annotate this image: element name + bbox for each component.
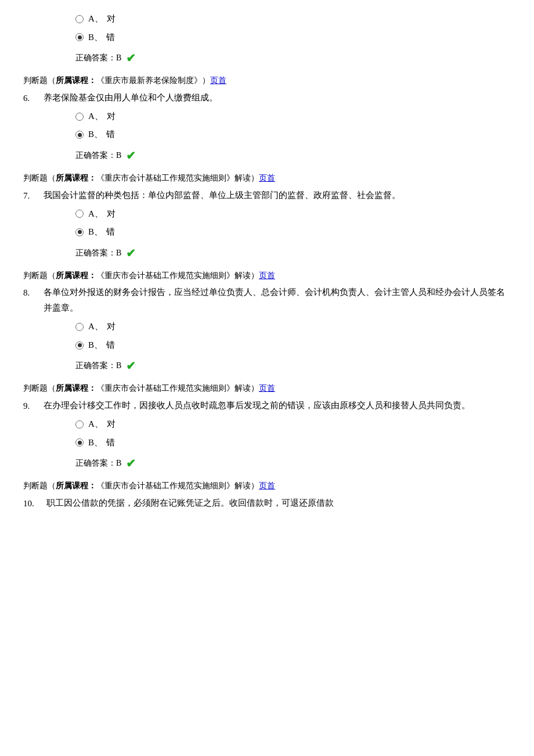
radio-9a[interactable] — [75, 420, 84, 429]
option-7b-label: B、 — [88, 225, 103, 240]
course-label-bold-9: 所属课程： — [56, 384, 96, 393]
answer-label-8: 正确答案：B — [75, 359, 121, 373]
option-group-8: A、 对 B、 错 — [75, 319, 511, 352]
answer-row: 正确答案：B ✔ — [75, 48, 511, 68]
question-8-row: 8. 各单位对外报送的财务会计报告，应当经过单位负责人、总会计师、会计机构负责人… — [23, 285, 511, 319]
option-6a-text: 对 — [107, 109, 116, 124]
checkmark-icon: ✔ — [126, 48, 136, 68]
option-row-a: A、 对 — [75, 12, 511, 27]
option-7b-text: 错 — [106, 225, 115, 240]
answer-label-6: 正确答案：B — [75, 149, 121, 163]
question-6-block: 判断题（所属课程：《重庆市最新养老保险制度》）页首 6. 养老保险基金仅由用人单… — [23, 74, 511, 165]
option-7a-label: A、 — [88, 207, 103, 222]
option-8b-text: 错 — [106, 338, 115, 353]
option-group: A、 对 B、 错 — [75, 12, 511, 45]
top-link-10[interactable]: 页首 — [259, 481, 275, 490]
radio-a[interactable] — [75, 15, 84, 23]
option-a-label: A、 — [88, 12, 103, 27]
radio-b[interactable] — [75, 33, 84, 41]
checkmark-9-icon: ✔ — [126, 453, 136, 473]
question-6-content: 养老保险基金仅由用人单位和个人缴费组成。 — [44, 90, 511, 109]
question-6-number: 6. — [23, 90, 44, 106]
checkmark-7-icon: ✔ — [126, 243, 136, 263]
option-6b-text: 错 — [106, 127, 115, 142]
option-8b-label: B、 — [88, 338, 103, 353]
checkmark-6-icon: ✔ — [126, 146, 136, 165]
option-row-b: B、 错 — [75, 30, 511, 45]
option-row-7b: B、 错 — [75, 225, 511, 240]
radio-8b[interactable] — [75, 341, 84, 350]
question-7-number: 7. — [23, 188, 44, 204]
question-5-top: A、 对 B、 错 正确答案：B ✔ — [23, 12, 511, 68]
option-6b-label: B、 — [88, 127, 103, 142]
radio-7b[interactable] — [75, 228, 84, 236]
question-9-number: 9. — [23, 398, 44, 414]
question-6-row: 6. 养老保险基金仅由用人单位和个人缴费组成。 — [23, 90, 511, 109]
question-7-content: 我国会计监督的种类包括：单位内部监督、单位上级主管部门的监督、政府监督、社会监督… — [44, 188, 511, 207]
option-row-9a: A、 对 — [75, 417, 511, 432]
question-8-number: 8. — [23, 285, 44, 301]
question-6-text: 养老保险基金仅由用人单位和个人缴费组成。 — [44, 90, 511, 106]
question-9-block: 判断题（所属课程：《重庆市会计基础工作规范实施细则》解读）页首 9. 在办理会计… — [23, 381, 511, 473]
question-9-content: 在办理会计移交工作时，因接收人员点收时疏忽事后发现之前的错误，应该由原移交人员和… — [44, 398, 511, 417]
option-6a-label: A、 — [88, 109, 103, 124]
question-10-block: 判断题（所属课程：《重庆市会计基础工作规范实施细则》解读）页首 10. 职工因公… — [23, 479, 511, 514]
top-link-8[interactable]: 页首 — [259, 271, 275, 280]
option-row-7a: A、 对 — [75, 207, 511, 222]
option-8a-label: A、 — [88, 319, 103, 334]
option-b-label: B、 — [88, 30, 103, 45]
question-8-block: 判断题（所属课程：《重庆市会计基础工作规范实施细则》解读）页首 8. 各单位对外… — [23, 269, 511, 376]
answer-row-8: 正确答案：B ✔ — [75, 356, 511, 376]
option-9a-text: 对 — [107, 417, 116, 432]
option-group-7: A、 对 B、 错 — [75, 207, 511, 240]
course-label-bold-7: 所属课程： — [56, 174, 96, 182]
course-label-bold: 所属课程： — [56, 76, 96, 85]
question-10-content: 职工因公借款的凭据，必须附在记账凭证之后。收回借款时，可退还原借款 — [46, 495, 511, 514]
option-row-8a: A、 对 — [75, 319, 511, 334]
option-b-text: 错 — [106, 30, 115, 45]
answer-row-7: 正确答案：B ✔ — [75, 243, 511, 263]
answer-label-7: 正确答案：B — [75, 246, 121, 260]
question-7-row: 7. 我国会计监督的种类包括：单位内部监督、单位上级主管部门的监督、政府监督、社… — [23, 188, 511, 207]
top-link-9[interactable]: 页首 — [259, 384, 275, 393]
question-6-meta: 判断题（所属课程：《重庆市最新养老保险制度》）页首 — [23, 74, 511, 88]
option-group-9: A、 对 B、 错 — [75, 417, 511, 450]
question-7-block: 判断题（所属课程：《重庆市会计基础工作规范实施细则》解读）页首 7. 我国会计监… — [23, 171, 511, 263]
option-8a-text: 对 — [107, 319, 116, 334]
answer-label-9: 正确答案：B — [75, 456, 121, 470]
question-9-row: 9. 在办理会计移交工作时，因接收人员点收时疏忽事后发现之前的错误，应该由原移交… — [23, 398, 511, 417]
option-7a-text: 对 — [107, 207, 116, 222]
question-10-row: 10. 职工因公借款的凭据，必须附在记账凭证之后。收回借款时，可退还原借款 — [23, 495, 511, 514]
course-label-bold-8: 所属课程： — [56, 271, 96, 280]
checkmark-8-icon: ✔ — [126, 356, 136, 376]
answer-label: 正确答案：B — [75, 51, 121, 65]
answer-row-9: 正确答案：B ✔ — [75, 453, 511, 473]
radio-7a[interactable] — [75, 210, 84, 218]
question-7-text: 我国会计监督的种类包括：单位内部监督、单位上级主管部门的监督、政府监督、社会监督… — [44, 188, 511, 203]
option-row-8b: B、 错 — [75, 338, 511, 353]
radio-6a[interactable] — [75, 113, 84, 121]
option-9a-label: A、 — [88, 417, 103, 432]
option-row-9b: B、 错 — [75, 435, 511, 451]
option-9b-text: 错 — [106, 435, 115, 451]
option-a-text: 对 — [107, 12, 116, 27]
top-link-6[interactable]: 页首 — [210, 76, 226, 85]
radio-9b[interactable] — [75, 438, 84, 447]
question-10-text: 职工因公借款的凭据，必须附在记账凭证之后。收回借款时，可退还原借款 — [46, 495, 511, 511]
question-7-meta: 判断题（所属课程：《重庆市会计基础工作规范实施细则》解读）页首 — [23, 171, 511, 185]
radio-6b[interactable] — [75, 131, 84, 139]
option-group-6: A、 对 B、 错 — [75, 109, 511, 142]
question-8-meta: 判断题（所属课程：《重庆市会计基础工作规范实施细则》解读）页首 — [23, 269, 511, 283]
question-10-meta: 判断题（所属课程：《重庆市会计基础工作规范实施细则》解读）页首 — [23, 479, 511, 493]
question-8-content: 各单位对外报送的财务会计报告，应当经过单位负责人、总会计师、会计机构负责人、会计… — [44, 285, 511, 319]
radio-8a[interactable] — [75, 323, 84, 331]
question-10-number: 10. — [23, 495, 46, 512]
option-row-6a: A、 对 — [75, 109, 511, 124]
option-9b-label: B、 — [88, 435, 103, 451]
answer-row-6: 正确答案：B ✔ — [75, 146, 511, 165]
question-9-meta: 判断题（所属课程：《重庆市会计基础工作规范实施细则》解读）页首 — [23, 381, 511, 395]
option-row-6b: B、 错 — [75, 127, 511, 142]
question-9-text: 在办理会计移交工作时，因接收人员点收时疏忽事后发现之前的错误，应该由原移交人员和… — [44, 398, 511, 413]
top-link-7[interactable]: 页首 — [259, 174, 275, 182]
course-label-bold-10: 所属课程： — [56, 481, 96, 490]
